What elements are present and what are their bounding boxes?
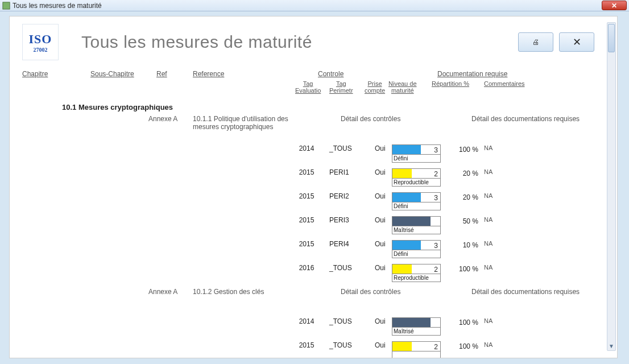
cell-tag-eval: 2016 xyxy=(295,264,318,272)
cell-tag-perim: PERI2 xyxy=(329,192,363,200)
cell-commentaire: NA xyxy=(484,192,493,199)
scroll-down-arrow[interactable]: ▼ xyxy=(607,342,615,350)
cell-tag-eval: 2015 xyxy=(295,341,318,349)
cell-tag-eval: 2015 xyxy=(295,168,318,176)
cell-commentaire: NA xyxy=(484,216,493,223)
niveau-label: Maîtrisé xyxy=(392,226,441,234)
window-title: Tous les mesures de maturité xyxy=(13,2,102,10)
scroll-thumb[interactable] xyxy=(608,24,615,52)
niveau-value: 4 xyxy=(434,218,438,226)
close-icon: ✕ xyxy=(573,36,581,48)
data-row: 2014_TOUSOui4Maîtrisé100 %NA xyxy=(22,317,594,341)
col-reference: Reference xyxy=(193,70,224,78)
cell-repartition: 10 % xyxy=(450,241,478,249)
cell-repartition: 100 % xyxy=(450,318,478,326)
subcol-tag-eval: TagEvaluatio xyxy=(295,80,321,94)
printer-icon: 🖨 xyxy=(532,38,539,46)
niveau-label: Reproductible xyxy=(392,179,441,187)
detail-doc-link[interactable]: Détail des documentations requises xyxy=(471,115,580,123)
cell-niveau: 2 xyxy=(392,341,441,358)
cell-commentaire: NA xyxy=(484,144,493,151)
cell-repartition: 100 % xyxy=(450,265,478,273)
annexe-label: Annexe A xyxy=(148,288,177,296)
report-body: ISO 27002 Tous les mesures de maturité 🖨… xyxy=(10,16,607,358)
detail-doc-link[interactable]: Détail des documentations requises xyxy=(471,288,580,296)
cell-repartition: 20 % xyxy=(450,193,478,201)
svg-rect-0 xyxy=(3,2,10,9)
cell-niveau: 4Maîtrisé xyxy=(392,317,441,336)
close-button[interactable]: ✕ xyxy=(559,32,594,52)
niveau-bar: 2 xyxy=(392,264,441,274)
data-row: 2016_TOUSOui2Reproductible100 %NA xyxy=(22,264,594,288)
niveau-value: 2 xyxy=(434,170,438,178)
cell-tag-eval: 2015 xyxy=(295,192,318,200)
cell-commentaire: NA xyxy=(484,317,493,324)
report-panel: ISO 27002 Tous les mesures de maturité 🖨… xyxy=(9,16,618,358)
cell-repartition: 100 % xyxy=(450,342,478,350)
logo-iso-text: ISO xyxy=(29,32,52,47)
cell-prise: Oui xyxy=(375,264,392,272)
report-header: ISO 27002 Tous les mesures de maturité 🖨… xyxy=(22,22,594,62)
cell-tag-eval: 2014 xyxy=(295,317,318,325)
subcol-repartition: Répartition % xyxy=(432,80,469,87)
detail-controles-link[interactable]: Détail des contrôles xyxy=(341,115,400,123)
subcol-tag-perim: TagPerimetr xyxy=(329,80,353,94)
cell-repartition: 20 % xyxy=(450,169,478,177)
data-row: 2015PERI3Oui4Maîtrisé50 %NA xyxy=(22,216,594,240)
niveau-bar: 3 xyxy=(392,240,441,250)
cell-tag-perim: PERI4 xyxy=(329,240,363,248)
niveau-label: Maîtrisé xyxy=(392,328,441,336)
cell-tag-perim: _TOUS xyxy=(329,144,363,152)
cell-prise: Oui xyxy=(375,341,392,349)
cell-commentaire: NA xyxy=(484,264,493,271)
niveau-bar: 2 xyxy=(392,341,441,351)
reference-row: Annexe A10.1.2 Gestion des clésDétail de… xyxy=(22,288,594,305)
niveau-label: Défini xyxy=(392,250,441,258)
cell-commentaire: NA xyxy=(484,341,493,348)
niveau-value: 3 xyxy=(434,242,438,250)
cell-tag-perim: _TOUS xyxy=(329,264,363,272)
subcol-commentaires: Commentaires xyxy=(484,80,525,87)
cell-niveau: 2Reproductible xyxy=(392,264,441,282)
data-row: 2015PERI1Oui2Reproductible20 %NA xyxy=(22,168,594,192)
col-documentation: Documentation requise xyxy=(437,70,507,78)
cell-prise: Oui xyxy=(375,240,392,248)
cell-niveau: 4Maîtrisé xyxy=(392,216,441,234)
cell-niveau: 3Défini xyxy=(392,240,441,258)
logo-27002-text: 27002 xyxy=(34,47,48,53)
data-row: 2015PERI4Oui3Défini10 %NA xyxy=(22,240,594,264)
data-row: 2014_TOUSOui3Défini100 %NA xyxy=(22,144,594,168)
niveau-value: 3 xyxy=(434,194,438,202)
cell-niveau: 3Défini xyxy=(392,192,441,210)
client-area: ISO 27002 Tous les mesures de maturité 🖨… xyxy=(0,11,629,364)
niveau-bar: 4 xyxy=(392,317,441,328)
cell-prise: Oui xyxy=(375,144,392,152)
cell-repartition: 50 % xyxy=(450,217,478,225)
subcol-niveau: Niveau dematurité xyxy=(388,80,417,94)
refs-container: Annexe A10.1.1 Politique d'utilisation d… xyxy=(22,115,594,358)
window-close-button[interactable]: ✕ xyxy=(602,1,627,10)
col-controle: Controle xyxy=(318,70,344,78)
niveau-label xyxy=(392,351,441,358)
window-titlebar: Tous les mesures de maturité ✕ xyxy=(0,0,629,11)
print-button[interactable]: 🖨 xyxy=(518,32,553,52)
col-chapitre: Chapitre xyxy=(22,70,48,78)
niveau-bar: 3 xyxy=(392,192,441,202)
cell-prise: Oui xyxy=(375,192,392,200)
data-row: 2015PERI2Oui3Défini20 %NA xyxy=(22,192,594,216)
niveau-label: Défini xyxy=(392,202,441,210)
niveau-bar: 3 xyxy=(392,144,441,155)
niveau-value: 3 xyxy=(434,146,438,154)
cell-tag-perim: _TOUS xyxy=(329,341,363,349)
niveau-bar: 2 xyxy=(392,168,441,179)
page-title: Tous les mesures de maturité xyxy=(59,32,512,52)
cell-niveau: 3Défini xyxy=(392,144,441,163)
annexe-label: Annexe A xyxy=(148,115,177,123)
reference-title: 10.1.2 Gestion des clés xyxy=(193,288,307,296)
cell-prise: Oui xyxy=(375,168,392,176)
cell-prise: Oui xyxy=(375,317,392,325)
niveau-value: 4 xyxy=(434,319,438,327)
detail-controles-link[interactable]: Détail des contrôles xyxy=(341,288,400,296)
niveau-value: 2 xyxy=(434,266,438,274)
vertical-scrollbar[interactable]: ▲ ▼ xyxy=(607,22,616,351)
